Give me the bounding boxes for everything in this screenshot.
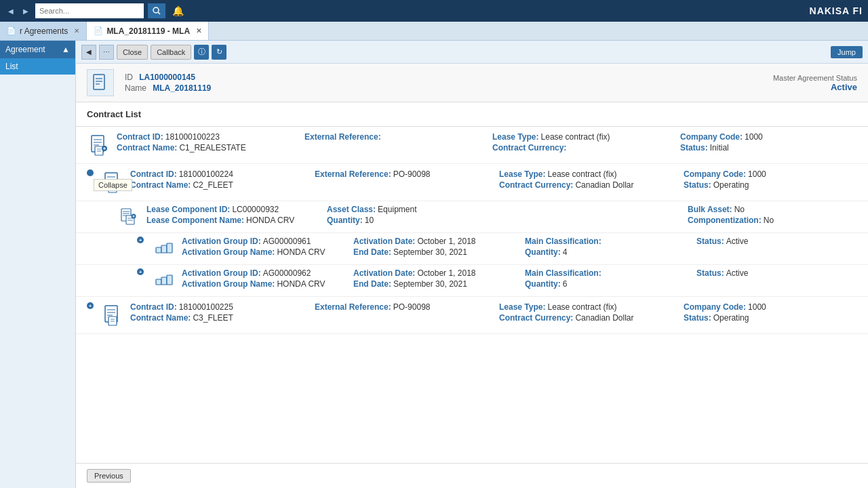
content-area: ◀ ⋯ Close Callback ⓘ ↻ Jump ID [76,41,868,488]
record-header: ID LA1000000145 Name MLA_20181119 Master… [76,64,868,102]
svg-rect-34 [161,245,167,253]
ag1-name: Activation Group Name: HONDA CRV [182,247,342,257]
lease-component-row: Lease Component ID: LC00000932 Lease Com… [76,201,868,233]
ag2-quantity: Quantity: 6 [525,279,686,289]
sidebar-header[interactable]: Agreement ▲ [0,41,75,58]
toolbar-more[interactable]: ⋯ [99,45,114,60]
ag1-id: Activation Group ID: AG00000961 [182,237,342,246]
contract-row-c2: Collapse [76,164,868,201]
search-button[interactable] [148,3,165,18]
contract-c3-col4: Company Code: 1000 Status: Operating [684,302,857,323]
contract-c2-leasetype: Lease Type: Lease contract (fix) [499,169,673,179]
svg-rect-43 [108,317,117,325]
ag2-main-class: Main Classification: [525,268,686,278]
ag2-fields: Activation Group ID: AG00000962 Activati… [182,268,857,289]
contract-c2-status: Status: Operating [684,180,857,190]
contract-c3-col3: Lease Type: Lease contract (fix) Contrac… [499,302,673,323]
contract-c1-leasetype: Lease Type: Lease contract (fix) [492,132,669,142]
pagination: Previous [76,463,868,488]
svg-rect-2 [94,75,104,89]
previous-button[interactable]: Previous [87,469,131,483]
contract-c1-currency: Contract Currency: [492,143,669,152]
svg-rect-38 [167,275,172,285]
svg-rect-20 [108,184,117,192]
ag1-col4: Status: Active [696,237,857,257]
tab-agreements-icon: 📄 [7,26,16,35]
lease-component-fields: Lease Component ID: LC00000932 Lease Com… [146,205,857,225]
record-name-value: MLA_20181119 [153,83,211,93]
contract-c2-col2: External Reference: PO-90098 [315,169,488,190]
record-icon [87,69,114,96]
lease-component-icon [117,205,141,229]
tab-mla-label: MLA_20181119 - MLA [106,26,190,36]
ag1-fields: Activation Group ID: AG00000961 Activati… [182,237,857,257]
contract-c2-col3: Lease Type: Lease contract (fix) Contrac… [499,169,673,190]
ag2-id: Activation Group ID: AG00000962 [182,268,342,278]
activation-group-2-row: + Activation Group ID: AG00000962 [76,265,868,297]
tab-agreements-close[interactable]: ✕ [74,27,79,35]
notifications-button[interactable]: 🔔 [172,5,184,16]
ag2-activation-date: Activation Date: October 1, 2018 [353,268,514,278]
callback-button[interactable]: Callback [151,45,191,60]
contract-c2-col1: Contract ID: 181000100224 Contract Name:… [130,169,304,190]
ag2-status: Status: Active [696,268,857,278]
contract-c3-currency: Contract Currency: Canadian Dollar [499,313,673,323]
ag1-status: Status: Active [696,237,857,246]
contract-c3-icon [100,304,125,328]
search-input[interactable] [35,3,144,18]
tab-mla[interactable]: 📄 MLA_20181119 - MLA ✕ [87,22,209,40]
tab-mla-close[interactable]: ✕ [196,27,201,35]
sidebar-item-list[interactable]: List [0,58,75,75]
sidebar: Agreement ▲ List [0,41,76,488]
contract-c1-name: Contract Name: C1_REALESTATE [117,143,294,152]
svg-rect-33 [156,247,161,253]
toolbar-back[interactable]: ◀ [81,45,96,60]
contract-c2-id: Contract ID: 181000100224 [130,169,304,179]
contract-c3-col1: Contract ID: 181000100225 Contract Name:… [130,302,304,323]
collapse-toggle[interactable] [87,169,94,176]
nav-forward[interactable]: ▶ [20,6,31,16]
ag2-col2: Activation Date: October 1, 2018 End Dat… [353,268,514,289]
record-id-label: ID [125,73,133,82]
contract-row-c1: Contract ID: 181000100223 Contract Name:… [76,127,868,164]
contract-row-c3: + Contract ID [76,297,868,334]
ag2-col3: Main Classification: Quantity: 6 [525,268,686,289]
collapse-container: Collapse [87,169,94,176]
svg-rect-37 [161,277,167,285]
contract-c3-fields: Contract ID: 181000100225 Contract Name:… [130,302,857,323]
ag1-activation-date: Activation Date: October 1, 2018 [353,237,514,246]
contract-c3-status: Status: Operating [684,313,857,323]
contract-c2-extref: External Reference: PO-90098 [315,169,488,179]
lc-col1: Lease Component ID: LC00000932 Lease Com… [146,205,316,225]
contract-c2-company: Company Code: 1000 [684,169,857,179]
contract-c1-col4: Company Code: 1000 Status: Initial [680,132,857,152]
info-button[interactable]: ⓘ [194,45,209,60]
nav-back[interactable]: ◀ [5,6,16,16]
ag1-end-date: End Date: September 30, 2021 [353,247,514,257]
tab-mla-icon: 📄 [94,26,103,35]
ag1-col2: Activation Date: October 1, 2018 End Dat… [353,237,514,257]
contract-c2-col4: Company Code: 1000 Status: Operating [684,169,857,190]
contract-c3-extref: External Reference: PO-90098 [315,302,488,312]
ag2-expand-dot[interactable]: + [137,268,144,275]
jump-button[interactable]: Jump [831,46,863,58]
ag2-name: Activation Group Name: HONDA CRV [182,279,342,289]
master-status-value: Active [773,82,857,92]
lc-col2: Asset Class: Equipment Quantity: 10 [327,205,496,225]
contract-c1-id: Contract ID: 181000100223 [117,132,294,142]
ag1-main-class: Main Classification: [525,237,686,246]
sidebar-collapse-icon[interactable]: ▲ [62,45,70,54]
tab-agreements[interactable]: 📄 r Agreements ✕ [0,22,87,40]
c3-expand-dot[interactable]: + [87,302,94,309]
sidebar-item-list-label: List [5,62,18,71]
record-name-label: Name [125,83,146,93]
contract-c1-status: Status: Initial [680,143,857,152]
top-nav: ◀ ▶ 🔔 NAKISA FI [0,0,868,22]
close-button[interactable]: Close [117,45,148,60]
refresh-button[interactable]: ↻ [212,45,226,60]
ag1-expand-dot[interactable]: + [137,237,144,243]
lc-name: Lease Component Name: HONDA CRV [146,216,316,225]
contract-c2-name: Contract Name: C2_FLEET [130,180,304,190]
master-status: Master Agreement Status Active [773,74,857,92]
contract-c1-col1: Contract ID: 181000100223 Contract Name:… [117,132,294,152]
